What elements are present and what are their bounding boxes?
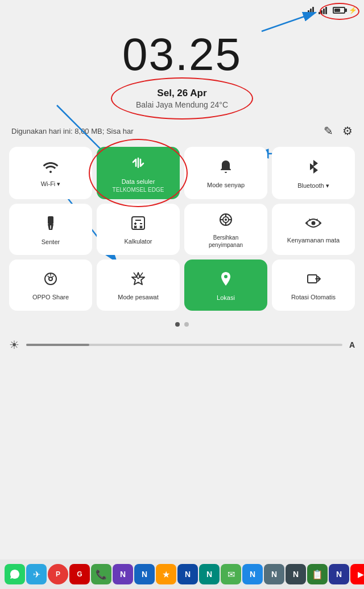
- airplane-label: Mode pesawat: [118, 293, 159, 301]
- opposhare-label: OPPO Share: [32, 293, 69, 301]
- brightness-sun-icon: ☀: [9, 338, 19, 352]
- brightness-slider[interactable]: [26, 344, 342, 346]
- settings-icon[interactable]: ⚙: [342, 124, 353, 138]
- auto-brightness-label[interactable]: A: [349, 340, 355, 349]
- dock-n6[interactable]: N: [286, 564, 306, 584]
- dock-n3[interactable]: N: [177, 564, 198, 584]
- rotation-icon: [305, 271, 321, 289]
- quick-item-eyecare[interactable]: Kenyamanan mata: [272, 204, 355, 255]
- dot-1[interactable]: [175, 322, 180, 327]
- dock-n7[interactable]: N: [329, 564, 349, 584]
- usage-text: Digunakan hari ini: 8,00 MB; Sisa har: [11, 127, 134, 135]
- svg-point-25: [312, 221, 316, 225]
- quick-item-airplane[interactable]: Mode pesawat: [97, 260, 180, 311]
- dock-mail[interactable]: ✉: [221, 564, 241, 584]
- quick-item-location[interactable]: Lokasi: [184, 260, 267, 311]
- signal-bars-2: [318, 6, 327, 14]
- quick-item-opposhare[interactable]: OPPO Share: [9, 260, 92, 311]
- dock-green[interactable]: 📞: [91, 564, 111, 584]
- quick-item-flashlight[interactable]: Senter: [9, 204, 92, 255]
- flashlight-icon: [44, 215, 57, 233]
- svg-point-24: [225, 219, 227, 221]
- bluetooth-label: Bluetooth ▾: [297, 182, 329, 190]
- dock-telegram[interactable]: ✈: [26, 564, 47, 584]
- eyecare-label: Kenyamanan mata: [287, 236, 340, 244]
- quick-settings-grid: Wi-Fi ▾ Data seluler TELKOMSEL EDGE Mode…: [0, 142, 364, 315]
- dock-n1[interactable]: N: [113, 564, 133, 584]
- quick-item-silent[interactable]: Mode senyap: [184, 147, 267, 199]
- svg-point-27: [224, 275, 228, 278]
- silent-label: Mode senyap: [207, 181, 245, 189]
- page-dots: [0, 322, 364, 327]
- app-dock: ✈ P G 📞 N N ★ N N ✉ N N N 📋: [0, 559, 364, 589]
- status-bar: ⚡: [0, 0, 364, 20]
- dock-red2[interactable]: G: [69, 564, 90, 584]
- flashlight-label: Senter: [42, 238, 60, 246]
- dock-whatsapp[interactable]: [5, 564, 25, 584]
- svg-rect-6: [48, 216, 53, 224]
- battery-icon: [333, 7, 345, 14]
- eye-icon: [305, 217, 322, 232]
- airplane-icon: [131, 271, 146, 289]
- dock-n4[interactable]: N: [199, 564, 220, 584]
- quick-item-calculator[interactable]: Kalkulator: [97, 204, 180, 255]
- share-icon: [43, 271, 58, 289]
- dot-2[interactable]: [184, 322, 189, 327]
- wifi-label: Wi-Fi ▾: [41, 180, 61, 188]
- wifi-icon: [43, 160, 59, 175]
- quick-item-cleaner[interactable]: Bersihkan penyimpanan: [184, 204, 267, 255]
- status-icons: ⚡: [305, 6, 357, 14]
- date-display: Sel, 26 Apr: [136, 88, 228, 99]
- calculator-icon: [131, 216, 146, 233]
- dock-red1[interactable]: P: [48, 564, 68, 584]
- usage-icons: ✎ ⚙: [324, 124, 353, 138]
- quick-item-wifi[interactable]: Wi-Fi ▾: [9, 147, 92, 199]
- usage-row: Digunakan hari ini: 8,00 MB; Sisa har ✎ …: [0, 114, 364, 142]
- svg-rect-8: [132, 217, 144, 229]
- data-sublabel: TELKOMSEL EDGE: [113, 187, 164, 193]
- data-label: Data seluler: [122, 178, 155, 186]
- calculator-label: Kalkulator: [125, 237, 152, 245]
- clock-section: 03.25 Sel, 26 Apr Balai Jaya Mendung 24°…: [0, 20, 364, 114]
- bluetooth-icon: [308, 159, 319, 177]
- cleaner-label: Bersihkan penyimpanan: [209, 234, 243, 249]
- data-circle-annotation: [89, 139, 188, 207]
- rotation-label: Rotasi Otomatis: [291, 293, 336, 301]
- quick-item-rotation[interactable]: Rotasi Otomatis: [272, 260, 355, 311]
- charging-icon: ⚡: [349, 6, 357, 14]
- clock-time: 03.25: [0, 32, 364, 77]
- dock-n5[interactable]: N: [264, 564, 284, 584]
- cleaner-icon: [218, 212, 233, 229]
- quick-item-bluetooth[interactable]: Bluetooth ▾: [272, 147, 355, 199]
- location-display: Balai Jaya Mendung 24°C: [136, 100, 228, 109]
- dock-youtube[interactable]: ▶: [350, 564, 364, 584]
- location-label: Lokasi: [217, 294, 235, 302]
- dock-blue1[interactable]: N: [242, 564, 263, 584]
- signal-bars-1: [305, 6, 314, 14]
- edit-icon[interactable]: ✎: [324, 124, 333, 138]
- data-icon: [130, 155, 146, 173]
- brightness-row: ☀ A: [0, 333, 364, 356]
- dock-green2[interactable]: 📋: [307, 564, 328, 584]
- bell-icon: [219, 159, 233, 176]
- dock-n2[interactable]: N: [134, 564, 155, 584]
- location-icon: [219, 271, 233, 289]
- dock-star[interactable]: ★: [156, 564, 176, 584]
- quick-item-data[interactable]: Data seluler TELKOMSEL EDGE: [97, 147, 180, 199]
